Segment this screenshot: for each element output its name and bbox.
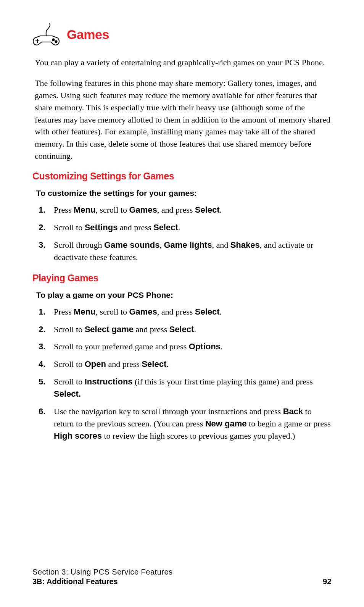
- svg-point-3: [55, 41, 57, 43]
- step-item: Use the navigation key to scroll through…: [39, 405, 332, 442]
- step-item: Press Menu, scroll to Games, and press S…: [39, 204, 332, 216]
- steps-customize: Press Menu, scroll to Games, and press S…: [39, 204, 332, 263]
- section-heading-customizing: Customizing Settings for Games: [32, 171, 332, 182]
- step-item: Scroll through Game sounds, Game lights,…: [39, 239, 332, 263]
- intro-para-1: You can play a variety of entertaining a…: [35, 57, 332, 69]
- step-item: Press Menu, scroll to Games, and press S…: [39, 306, 332, 318]
- intro-para-2: The following features in this phone may…: [35, 77, 332, 162]
- page-title: Games: [67, 27, 109, 42]
- step-item: Scroll to Open and press Select.: [39, 358, 332, 370]
- footer-section-label: Section 3: Using PCS Service Features: [32, 568, 173, 576]
- footer-subsection-label: 3B: Additional Features: [32, 577, 173, 586]
- page-footer: Section 3: Using PCS Service Features 3B…: [32, 568, 332, 586]
- footer-left: Section 3: Using PCS Service Features 3B…: [32, 568, 173, 586]
- header-row: Games: [32, 23, 332, 46]
- step-item: Scroll to your preferred game and press …: [39, 341, 332, 353]
- section-heading-playing: Playing Games: [32, 273, 332, 284]
- gamepad-icon: [32, 23, 60, 46]
- steps-playing: Press Menu, scroll to Games, and press S…: [39, 306, 332, 442]
- step-item: Scroll to Instructions (if this is your …: [39, 376, 332, 400]
- sub-heading-playing: To play a game on your PCS Phone:: [36, 291, 332, 300]
- step-item: Scroll to Select game and press Select.: [39, 323, 332, 336]
- step-item: Scroll to Settings and press Select.: [39, 221, 332, 234]
- svg-point-2: [53, 39, 55, 41]
- sub-heading-customize: To customize the settings for your games…: [36, 189, 332, 198]
- page-number: 92: [323, 577, 332, 586]
